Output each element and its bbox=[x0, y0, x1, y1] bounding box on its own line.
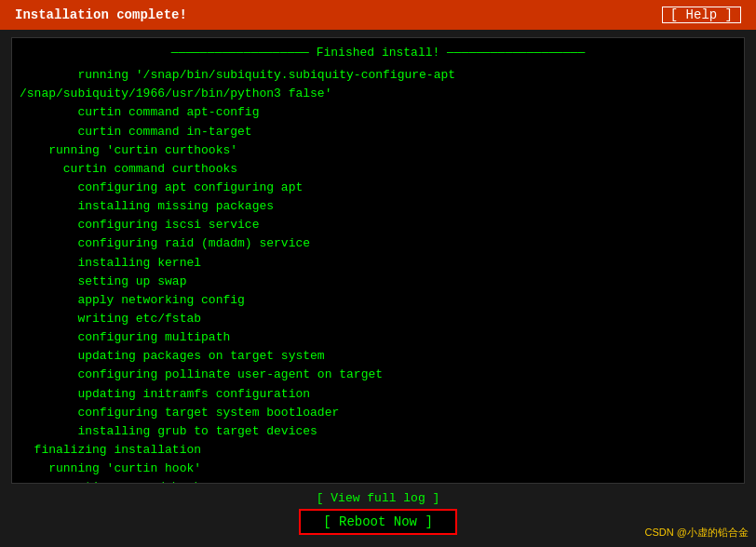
log-line: configuring pollinate user-agent on targ… bbox=[20, 366, 736, 384]
bottom-section: [ View full log ] [ Reboot Now ] bbox=[0, 491, 756, 535]
top-bar: Installation complete! [ Help ] bbox=[0, 0, 756, 30]
log-line: configuring multipath bbox=[20, 328, 736, 347]
help-button[interactable]: [ Help ] bbox=[662, 7, 741, 23]
view-log-link[interactable]: [ View full log ] bbox=[317, 491, 440, 505]
log-line: /snap/subiquity/1966/usr/bin/python3 fal… bbox=[20, 85, 736, 103]
log-line: running 'curtin hook' bbox=[20, 460, 736, 478]
log-line: finalizing installation bbox=[20, 441, 736, 460]
log-lines: running '/snap/bin/subiquity.subiquity-c… bbox=[20, 66, 736, 484]
log-line: configuring iscsi service bbox=[20, 216, 736, 234]
log-line: apply networking config bbox=[20, 291, 736, 310]
log-line: curtin command curthooks bbox=[20, 160, 736, 179]
log-line: configuring apt configuring apt bbox=[20, 179, 736, 197]
reboot-button[interactable]: [ Reboot Now ] bbox=[299, 509, 457, 535]
log-line: running '/snap/bin/subiquity.subiquity-c… bbox=[20, 66, 736, 85]
log-panel: ——————————————————— Finished install! ——… bbox=[11, 37, 745, 484]
top-bar-title: Installation complete! bbox=[15, 7, 187, 22]
log-header: ——————————————————— Finished install! ——… bbox=[20, 44, 736, 62]
log-line: running 'curtin curthooks' bbox=[20, 141, 736, 160]
log-line: updating packages on target system bbox=[20, 347, 736, 366]
log-line: configuring raid (mdadm) service bbox=[20, 234, 736, 253]
log-line: writing etc/fstab bbox=[20, 310, 736, 328]
log-line: installing kernel bbox=[20, 254, 736, 273]
log-line: curtin command in-target bbox=[20, 123, 736, 141]
watermark: CSDN @小虚的铅合金 bbox=[645, 526, 749, 540]
log-line: installing missing packages bbox=[20, 197, 736, 216]
log-line: installing grub to target devices bbox=[20, 422, 736, 441]
log-line: configuring target system bootloader bbox=[20, 404, 736, 422]
log-line: setting up swap bbox=[20, 273, 736, 291]
log-line: curtin command apt-config bbox=[20, 103, 736, 122]
log-line: curtin command hook bbox=[20, 478, 736, 484]
log-line: updating initramfs configuration bbox=[20, 385, 736, 404]
